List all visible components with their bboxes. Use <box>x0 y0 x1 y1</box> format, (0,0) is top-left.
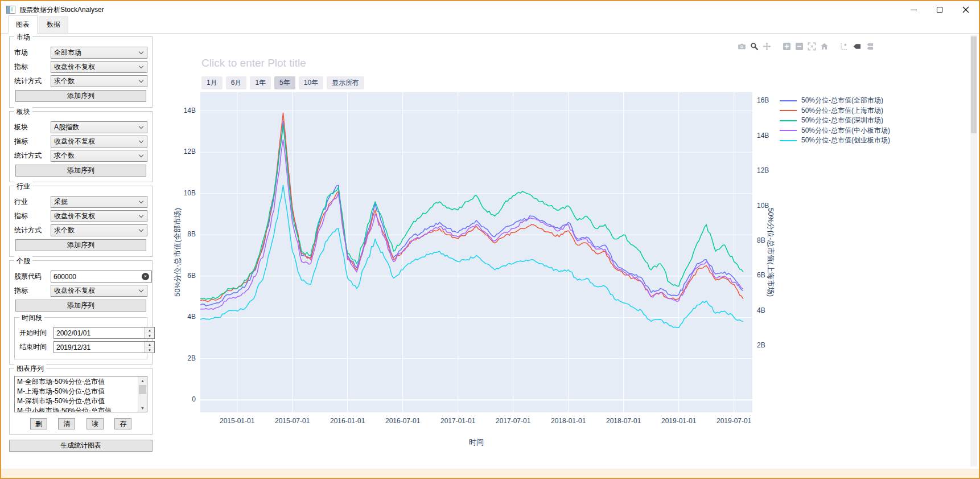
legend-item[interactable]: 50%分位-总市值(创业板市场) <box>780 136 890 146</box>
y-axis-left-tick: 14B <box>173 107 196 114</box>
zoom-in-icon[interactable] <box>783 42 791 51</box>
industry-indicator-value: 收盘价不复权 <box>54 211 95 221</box>
stock-group: 个股 股票代码 × 指标 收盘价不复权 添加序列 时间段 开始时间 ▲▼ 结束时… <box>9 260 153 365</box>
chevron-down-icon <box>139 64 143 68</box>
stock-add-series-button[interactable]: 添加序列 <box>15 300 146 312</box>
plotly-modebar <box>738 42 874 51</box>
minimize-button[interactable] <box>900 1 927 18</box>
x-axis-tick: 2018-01-01 <box>546 417 591 425</box>
industry-stat-select[interactable]: 求个数 <box>51 224 147 236</box>
chart-series-list-item[interactable]: M-全部市场-50%分位-总市值 <box>15 377 137 387</box>
end-date-spinner[interactable]: ▲▼ <box>145 342 154 353</box>
spin-down-icon[interactable]: ▼ <box>145 333 154 338</box>
x-axis-title: 时间 <box>469 437 484 448</box>
save-series-button[interactable]: 存 <box>114 418 131 429</box>
sector-select[interactable]: A股指数 <box>51 121 147 133</box>
autoscale-icon[interactable] <box>808 42 816 51</box>
sector-group-title: 板块 <box>14 107 32 117</box>
camera-icon[interactable] <box>738 42 746 51</box>
chevron-down-icon <box>139 199 143 203</box>
industry-select[interactable]: 采掘 <box>51 196 147 208</box>
close-icon <box>962 6 969 13</box>
generate-chart-button[interactable]: 生成统计图表 <box>9 440 153 452</box>
spin-down-icon[interactable]: ▼ <box>145 347 154 353</box>
legend-item[interactable]: 50%分位-总市值(全部市场) <box>780 96 890 106</box>
industry-group-title: 行业 <box>14 182 32 191</box>
end-date-input[interactable] <box>54 342 145 353</box>
market-stat-select[interactable]: 求个数 <box>51 75 147 87</box>
legend-item[interactable]: 50%分位-总市值(中小板市场) <box>780 126 890 136</box>
pan-icon[interactable] <box>763 42 771 51</box>
chart-series-listbox[interactable]: M-全部市场-50%分位-总市值M-上海市场-50%分位-总市值M-深圳市场-5… <box>14 376 147 412</box>
industry-stat-value: 求个数 <box>54 226 75 235</box>
range-button-1m[interactable]: 1月 <box>201 76 223 89</box>
scroll-down-icon[interactable]: ▼ <box>138 404 147 412</box>
industry-group: 行业 行业 采掘 指标 收盘价不复权 统计方式 求个数 添加序列 <box>9 186 153 257</box>
stock-code-input[interactable] <box>51 273 142 281</box>
chevron-down-icon <box>139 227 143 232</box>
toggle-spikelines-icon[interactable] <box>840 42 849 51</box>
legend-item[interactable]: 50%分位-总市值(上海市场) <box>780 106 890 116</box>
hover-compare-icon[interactable] <box>865 42 874 51</box>
start-date-input[interactable] <box>54 327 145 338</box>
industry-indicator-select[interactable]: 收盘价不复权 <box>51 210 147 222</box>
chart-series-list-item[interactable]: M-中小板市场-50%分位-总市值 <box>15 406 137 412</box>
industry-add-series-button[interactable]: 添加序列 <box>15 239 146 251</box>
legend-item[interactable]: 50%分位-总市值(深圳市场) <box>780 116 890 126</box>
time-range-group: 时间段 开始时间 ▲▼ 结束时间 ▲▼ <box>14 317 147 359</box>
stat-method-label: 统计方式 <box>14 76 51 86</box>
range-button-6m[interactable]: 6月 <box>226 76 247 89</box>
reset-axes-home-icon[interactable] <box>820 42 829 51</box>
sector-indicator-select[interactable]: 收盘价不复权 <box>51 136 147 148</box>
sector-add-series-button[interactable]: 添加序列 <box>15 165 146 177</box>
chart-series-list-item[interactable]: M-上海市场-50%分位-总市值 <box>15 387 137 396</box>
end-date-field: ▲▼ <box>53 341 155 353</box>
market-add-series-button[interactable]: 添加序列 <box>15 90 146 102</box>
tab-chart[interactable]: 图表 <box>8 15 38 34</box>
stock-indicator-select[interactable]: 收盘价不复权 <box>51 285 147 297</box>
delete-series-button[interactable]: 删 <box>30 418 47 429</box>
scrollbar-thumb[interactable] <box>971 36 977 133</box>
load-series-button[interactable]: 读 <box>87 418 104 429</box>
scroll-up-icon[interactable]: ▲ <box>138 376 147 384</box>
range-button-5y[interactable]: 5年 <box>274 76 295 89</box>
tab-data[interactable]: 数据 <box>39 17 68 34</box>
scrollbar-thumb[interactable] <box>139 385 146 394</box>
zoom-icon[interactable] <box>750 42 759 51</box>
hover-closest-icon[interactable] <box>853 42 861 51</box>
indicator-label: 指标 <box>14 62 51 72</box>
range-button-10y[interactable]: 10年 <box>299 76 323 89</box>
market-group: 市场 市场 全部市场 指标 收盘价不复权 统计方式 求个数 添加序列 <box>9 36 153 108</box>
legend-label: 50%分位-总市值(全部市场) <box>801 96 883 105</box>
y-axis-right-tick: 16B <box>757 96 769 104</box>
clear-icon[interactable]: × <box>142 273 149 280</box>
plot-title-placeholder[interactable]: Click to enter Plot title <box>201 57 306 69</box>
legend-line-swatch <box>780 120 797 121</box>
range-button-all[interactable]: 显示所有 <box>327 76 364 89</box>
market-indicator-select[interactable]: 收盘价不复权 <box>51 61 147 73</box>
close-button[interactable] <box>953 1 979 18</box>
range-button-1y[interactable]: 1年 <box>250 76 271 89</box>
vertical-scrollbar[interactable] <box>970 35 977 466</box>
plot-container: Click to enter Plot title 1月 6月 1年 5年 10… <box>160 34 969 464</box>
maximize-button[interactable] <box>927 1 953 18</box>
chart-series-list-item[interactable]: M-深圳市场-50%分位-总市值 <box>15 396 137 406</box>
listbox-scrollbar[interactable]: ▲ ▼ <box>138 376 147 412</box>
zoom-out-icon[interactable] <box>795 42 804 51</box>
sector-stat-select[interactable]: 求个数 <box>51 150 147 162</box>
y-axis-left-title: 50%分位-总市值(全部市场) <box>172 208 183 297</box>
plot-canvas[interactable] <box>200 92 752 412</box>
y-axis-left-tick: 4B <box>173 313 196 321</box>
spin-up-icon[interactable]: ▲ <box>145 327 154 333</box>
y-axis-right-tick: 12B <box>757 166 769 174</box>
legend-line-swatch <box>780 130 797 131</box>
window-title: 股票数据分析StockAnalyser <box>19 5 104 15</box>
spin-up-icon[interactable]: ▲ <box>145 342 154 347</box>
time-range-title: 时间段 <box>19 313 44 323</box>
y-axis-right-tick: 14B <box>757 132 769 140</box>
market-select[interactable]: 全部市场 <box>51 47 147 59</box>
chart-series-group: 图表序列 M-全部市场-50%分位-总市值M-上海市场-50%分位-总市值M-深… <box>9 368 153 435</box>
start-date-spinner[interactable]: ▲▼ <box>145 327 154 338</box>
clear-series-button[interactable]: 清 <box>58 418 75 429</box>
legend-line-swatch <box>780 110 797 111</box>
